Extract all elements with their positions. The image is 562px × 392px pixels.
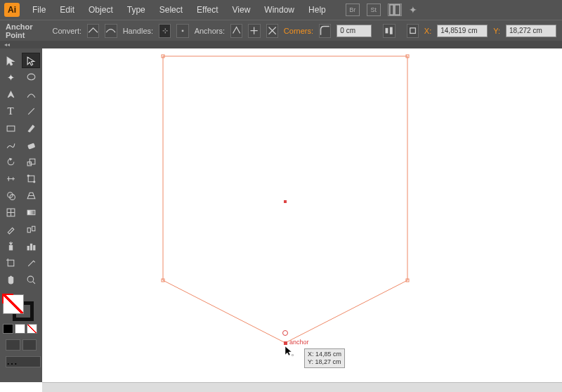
- center-point-icon: [284, 200, 287, 203]
- anchor-hint-label: anchor: [289, 339, 309, 346]
- svg-rect-3: [390, 27, 393, 34]
- menu-help[interactable]: Help: [301, 5, 333, 15]
- panel-tab-strip[interactable]: ◂◂: [0, 41, 562, 48]
- direct-selection-tool-icon[interactable]: [22, 53, 40, 68]
- y-label: Y:: [493, 27, 500, 35]
- svg-point-29: [27, 276, 34, 282]
- corner-radius-input[interactable]: [336, 25, 372, 37]
- slice-tool-icon[interactable]: [22, 255, 40, 270]
- edit-toolbar-icon[interactable]: ⋯: [6, 356, 41, 367]
- svg-line-30: [32, 281, 34, 283]
- svg-point-5: [27, 74, 35, 80]
- menu-object[interactable]: Object: [81, 5, 120, 15]
- svg-rect-20: [27, 228, 30, 232]
- convert-label: Convert:: [53, 27, 82, 35]
- tools-panel: ✦ T: [0, 48, 42, 382]
- svg-rect-21: [32, 226, 34, 230]
- graph-tool-icon[interactable]: [22, 238, 40, 254]
- svg-line-6: [28, 108, 34, 115]
- menu-edit[interactable]: Edit: [53, 5, 81, 15]
- pen-tool-icon[interactable]: [1, 86, 20, 102]
- gradient-mode-icon[interactable]: [15, 324, 25, 334]
- svg-rect-23: [27, 246, 29, 249]
- none-mode-icon[interactable]: [27, 324, 37, 334]
- shaper-tool-icon[interactable]: [1, 137, 20, 152]
- y-input[interactable]: [506, 25, 556, 37]
- selection-tool-icon[interactable]: [1, 53, 20, 68]
- path-shape[interactable]: [42, 48, 562, 386]
- mode-label: Anchor Point: [6, 22, 47, 39]
- x-label: X:: [424, 27, 431, 35]
- app-logo: Ai: [4, 3, 20, 17]
- screen-mode-normal-icon[interactable]: [6, 339, 20, 351]
- hand-tool-icon[interactable]: [1, 272, 20, 287]
- svg-rect-1: [395, 5, 400, 15]
- scale-tool-icon[interactable]: [22, 154, 40, 169]
- align-to-icon[interactable]: [383, 24, 395, 38]
- svg-point-13: [33, 181, 34, 182]
- mesh-tool-icon[interactable]: [1, 204, 20, 220]
- perspective-tool-icon[interactable]: [22, 188, 40, 203]
- svg-rect-4: [410, 28, 415, 34]
- menu-type[interactable]: Type: [120, 5, 152, 15]
- remove-anchor-icon[interactable]: [230, 24, 242, 38]
- svg-rect-7: [7, 126, 15, 131]
- symbol-sprayer-tool-icon[interactable]: [1, 238, 20, 254]
- fill-stroke-swatch[interactable]: [3, 294, 37, 321]
- horizontal-scrollbar[interactable]: [42, 382, 562, 392]
- corner-type-icon[interactable]: [319, 24, 331, 38]
- bridge-icon[interactable]: Br: [346, 4, 360, 16]
- eyedropper-tool-icon[interactable]: [1, 221, 20, 237]
- arrange-docs-icon[interactable]: [388, 4, 402, 16]
- shape-builder-tool-icon[interactable]: [1, 188, 20, 203]
- convert-smooth-icon[interactable]: [105, 24, 117, 38]
- artboard-tool-icon[interactable]: [1, 255, 20, 270]
- fill-swatch[interactable]: [3, 294, 24, 314]
- curvature-tool-icon[interactable]: [22, 86, 40, 102]
- blend-tool-icon[interactable]: [22, 221, 40, 237]
- menu-select[interactable]: Select: [152, 5, 190, 15]
- corners-label[interactable]: Corners:: [284, 27, 313, 35]
- eraser-tool-icon[interactable]: [22, 137, 40, 152]
- convert-corner-icon[interactable]: [87, 24, 99, 38]
- handles-label: Handles:: [123, 27, 153, 35]
- show-handles-icon[interactable]: ⊹: [159, 24, 171, 38]
- paintbrush-tool-icon[interactable]: [22, 120, 40, 136]
- gpu-preview-icon[interactable]: ✦: [409, 4, 417, 15]
- menu-view[interactable]: View: [226, 5, 258, 15]
- svg-rect-22: [9, 245, 12, 249]
- rotate-tool-icon[interactable]: [1, 154, 20, 169]
- color-mode-icon[interactable]: [3, 324, 13, 334]
- x-input[interactable]: [437, 25, 488, 37]
- menu-effect[interactable]: Effect: [190, 5, 225, 15]
- menu-file[interactable]: File: [25, 5, 53, 15]
- menu-window[interactable]: Window: [257, 5, 301, 15]
- cut-anchor-icon[interactable]: [266, 24, 278, 38]
- rectangle-tool-icon[interactable]: [1, 120, 20, 136]
- width-tool-icon[interactable]: [1, 171, 20, 186]
- screen-mode-full-icon[interactable]: [22, 339, 37, 351]
- svg-rect-11: [28, 176, 34, 182]
- coord-tooltip: X: 14,85 cm Y: 18,27 cm: [304, 348, 345, 368]
- anchors-label: Anchors:: [195, 27, 225, 35]
- canvas-area[interactable]: anchor ▫ X: 14,85 cm Y: 18,27 cm: [42, 48, 562, 382]
- isolate-icon[interactable]: [407, 24, 419, 38]
- svg-rect-8: [27, 143, 34, 149]
- connect-anchor-icon[interactable]: [248, 24, 260, 38]
- type-tool-icon[interactable]: T: [1, 103, 20, 119]
- hide-handles-icon[interactable]: ▪: [176, 24, 188, 38]
- line-tool-icon[interactable]: [22, 103, 40, 119]
- free-transform-tool-icon[interactable]: [22, 171, 40, 186]
- lasso-tool-icon[interactable]: [22, 70, 40, 85]
- zoom-tool-icon[interactable]: [22, 272, 40, 287]
- magic-wand-tool-icon[interactable]: ✦: [1, 70, 20, 85]
- svg-rect-25: [33, 245, 34, 249]
- svg-rect-26: [8, 260, 14, 266]
- svg-rect-2: [386, 28, 388, 34]
- gradient-tool-icon[interactable]: [22, 204, 40, 220]
- svg-rect-24: [30, 244, 32, 250]
- selected-anchor-icon[interactable]: [284, 341, 287, 345]
- svg-rect-10: [30, 159, 35, 164]
- stock-icon[interactable]: St: [367, 4, 381, 16]
- svg-point-12: [27, 175, 29, 176]
